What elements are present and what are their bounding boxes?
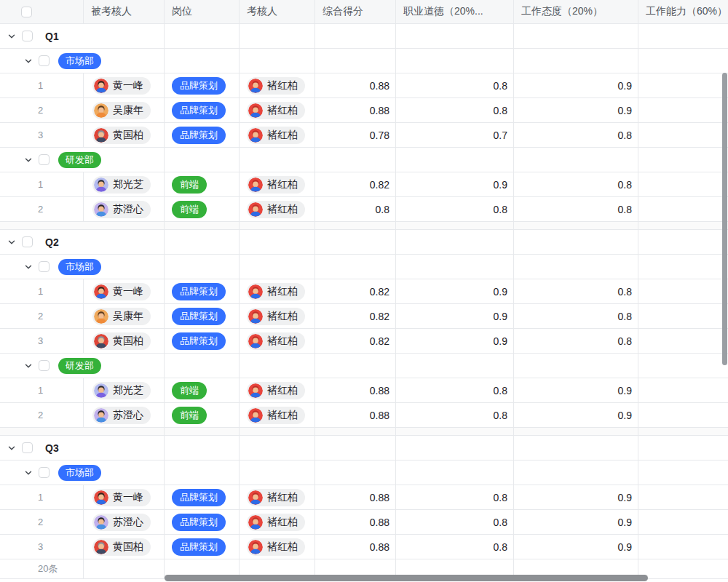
attitude-cell[interactable]: 0.9 [514, 485, 638, 509]
ethics-cell[interactable]: 0.8 [396, 485, 514, 509]
assessee-chip[interactable]: 吴康年 [92, 102, 151, 119]
position-cell[interactable]: 前端 [165, 403, 240, 427]
table-row[interactable]: 2 苏澄心 品牌策划 [0, 510, 728, 535]
assessor-cell[interactable]: 褚红柏 [240, 123, 315, 147]
assessor-chip[interactable]: 褚红柏 [247, 283, 305, 300]
chevron-down-icon[interactable] [24, 57, 33, 65]
attitude-cell[interactable]: 0.9 [514, 98, 638, 122]
score-cell[interactable]: 0.88 [315, 378, 396, 402]
assessee-chip[interactable]: 黄国柏 [92, 127, 151, 144]
assessor-chip[interactable]: 褚红柏 [247, 127, 305, 144]
assessor-cell[interactable]: 褚红柏 [240, 485, 315, 509]
chevron-down-icon[interactable] [7, 238, 16, 247]
ability-cell[interactable] [638, 329, 728, 353]
assessee-chip[interactable]: 苏澄心 [92, 201, 151, 218]
subgroup-checkbox[interactable] [39, 360, 50, 371]
chevron-down-icon[interactable] [7, 32, 16, 41]
assessee-cell[interactable]: 郑光芝 [84, 172, 165, 196]
position-cell[interactable]: 品牌策划 [165, 279, 240, 303]
assessor-cell[interactable]: 褚红柏 [240, 197, 315, 221]
ability-cell[interactable] [638, 197, 728, 221]
assessor-chip[interactable]: 褚红柏 [247, 407, 305, 424]
score-cell[interactable]: 0.8 [315, 197, 396, 221]
assessee-chip[interactable]: 苏澄心 [92, 514, 151, 531]
ethics-cell[interactable]: 0.8 [396, 98, 514, 122]
assessor-cell[interactable]: 褚红柏 [240, 172, 315, 196]
assessor-cell[interactable]: 褚红柏 [240, 403, 315, 427]
score-cell[interactable]: 0.88 [315, 485, 396, 509]
score-cell[interactable]: 0.82 [315, 304, 396, 328]
chevron-down-icon[interactable] [7, 444, 16, 453]
ability-cell[interactable] [638, 304, 728, 328]
position-cell[interactable]: 前端 [165, 197, 240, 221]
table-row[interactable]: 2 苏澄心 前端 [0, 403, 728, 428]
header-position[interactable]: 岗位 [165, 0, 240, 23]
header-assessor[interactable]: 考核人 [240, 0, 315, 23]
attitude-cell[interactable]: 0.9 [514, 403, 638, 427]
assessor-cell[interactable]: 褚红柏 [240, 304, 315, 328]
position-cell[interactable]: 品牌策划 [165, 123, 240, 147]
attitude-cell[interactable]: 0.8 [514, 304, 638, 328]
assessor-chip[interactable]: 褚红柏 [247, 489, 305, 506]
ethics-cell[interactable]: 0.8 [396, 403, 514, 427]
select-all-checkbox[interactable] [21, 7, 32, 17]
assessee-chip[interactable]: 黄国柏 [92, 332, 151, 350]
chevron-down-icon[interactable] [24, 156, 33, 164]
assessor-cell[interactable]: 褚红柏 [240, 535, 315, 559]
header-ethics[interactable]: 职业道德（20%... [396, 0, 514, 23]
ability-cell[interactable] [638, 279, 728, 303]
attitude-cell[interactable]: 0.8 [514, 172, 638, 196]
table-row[interactable]: 3 黄国柏 品牌策划 [0, 535, 728, 559]
position-cell[interactable]: 品牌策划 [165, 329, 240, 353]
assessee-chip[interactable]: 苏澄心 [92, 407, 151, 424]
assessee-cell[interactable]: 黄国柏 [84, 535, 165, 559]
table-row[interactable]: 1 黄一峰 品牌策划 [0, 485, 728, 510]
table-row[interactable]: 3 黄国柏 品牌策划 [0, 329, 728, 354]
score-cell[interactable]: 0.82 [315, 172, 396, 196]
position-cell[interactable]: 品牌策划 [165, 485, 240, 509]
chevron-down-icon[interactable] [24, 469, 33, 477]
header-attitude[interactable]: 工作态度（20%） [514, 0, 638, 23]
subgroup-checkbox[interactable] [39, 55, 50, 66]
assessee-cell[interactable]: 黄一峰 [84, 485, 165, 509]
assessor-chip[interactable]: 褚红柏 [247, 514, 305, 531]
ethics-cell[interactable]: 0.8 [396, 378, 514, 402]
assessee-chip[interactable]: 吴康年 [92, 308, 151, 325]
assessee-cell[interactable]: 苏澄心 [84, 510, 165, 534]
assessee-cell[interactable]: 吴康年 [84, 98, 165, 122]
ability-cell[interactable] [638, 98, 728, 122]
assessor-cell[interactable]: 褚红柏 [240, 73, 315, 97]
position-cell[interactable]: 品牌策划 [165, 73, 240, 97]
vertical-scrollbar-thumb[interactable] [722, 73, 727, 365]
assessor-chip[interactable]: 褚红柏 [247, 538, 305, 556]
assessor-chip[interactable]: 褚红柏 [247, 382, 305, 399]
assessee-cell[interactable]: 苏澄心 [84, 197, 165, 221]
table-row[interactable]: 2 吴康年 品牌策划 [0, 304, 728, 329]
ethics-cell[interactable]: 0.8 [396, 510, 514, 534]
assessee-cell[interactable]: 黄国柏 [84, 329, 165, 353]
score-cell[interactable]: 0.88 [315, 403, 396, 427]
attitude-cell[interactable]: 0.8 [514, 197, 638, 221]
chevron-down-icon[interactable] [24, 362, 33, 370]
ethics-cell[interactable]: 0.9 [396, 172, 514, 196]
score-cell[interactable]: 0.88 [315, 73, 396, 97]
score-cell[interactable]: 0.88 [315, 98, 396, 122]
group-checkbox[interactable] [22, 442, 33, 453]
assessee-chip[interactable]: 黄一峰 [92, 283, 151, 300]
table-row[interactable]: 3 黄国柏 品牌策划 [0, 123, 728, 148]
attitude-cell[interactable]: 0.8 [514, 329, 638, 353]
table-row[interactable]: 2 苏澄心 前端 [0, 197, 728, 222]
assessee-cell[interactable]: 吴康年 [84, 304, 165, 328]
ethics-cell[interactable]: 0.9 [396, 279, 514, 303]
ability-cell[interactable] [638, 123, 728, 147]
assessee-chip[interactable]: 黄一峰 [92, 77, 151, 95]
header-score[interactable]: 综合得分 [315, 0, 396, 23]
table-row[interactable]: 1 郑光芝 前端 [0, 172, 728, 197]
subgroup-checkbox[interactable] [39, 154, 50, 165]
assessee-cell[interactable]: 郑光芝 [84, 378, 165, 402]
position-cell[interactable]: 品牌策划 [165, 304, 240, 328]
position-cell[interactable]: 品牌策划 [165, 510, 240, 534]
table-row[interactable]: 1 郑光芝 前端 [0, 378, 728, 403]
ethics-cell[interactable]: 0.8 [396, 535, 514, 559]
assessor-chip[interactable]: 褚红柏 [247, 77, 305, 95]
